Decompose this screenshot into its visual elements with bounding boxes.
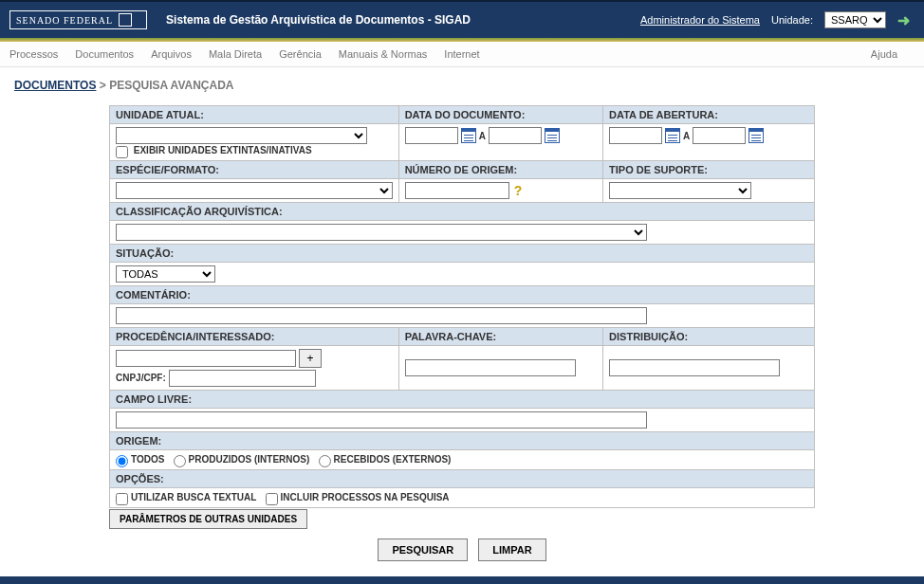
label-unidade-atual: UNIDADE ATUAL: [110, 106, 399, 124]
origem-produzidos-label[interactable]: PRODUZIDOS (INTERNOS) [174, 454, 310, 465]
label-comentario: COMENTÁRIO: [110, 285, 815, 303]
header-right: Administrador do Sistema Unidade: SSARQ … [640, 11, 915, 29]
action-bar: PESQUISAR LIMPAR [109, 529, 815, 567]
exibir-extintas-checkbox[interactable] [116, 146, 128, 158]
comentario-input[interactable] [116, 307, 647, 324]
label-data-documento: DATA DO DOCUMENTO: [398, 106, 602, 124]
breadcrumb-current: PESQUISA AVANÇADA [109, 79, 233, 92]
pesquisar-button[interactable]: PESQUISAR [378, 538, 468, 561]
calendar-icon[interactable] [461, 128, 476, 143]
unidade-select[interactable]: SSARQ [824, 11, 886, 28]
incluir-processos-checkbox[interactable] [266, 493, 278, 505]
label-distribuicao: DISTRIBUIÇÃO: [603, 327, 815, 345]
data-abertura-de[interactable] [609, 127, 662, 144]
incluir-processos-label[interactable]: INCLUIR PROCESSOS NA PESQUISA [266, 492, 450, 502]
menu-arquivos[interactable]: Arquivos [151, 48, 192, 60]
footer-bar [0, 576, 924, 584]
menu-mala-direta[interactable]: Mala Direta [209, 48, 262, 60]
origem-todos-label[interactable]: TODOS [116, 454, 164, 465]
procedencia-input[interactable] [116, 350, 296, 367]
label-especie-formato: ESPÉCIE/FORMATO: [110, 160, 399, 178]
menu-manuais-normas[interactable]: Manuais & Normas [339, 48, 428, 60]
numero-origem-input[interactable] [405, 182, 509, 199]
campo-livre-input[interactable] [116, 411, 647, 429]
palavra-chave-input[interactable] [405, 359, 576, 376]
logo-text: SENADO FEDERAL [16, 15, 113, 26]
system-title: Sistema de Gestão Arquivística de Docume… [166, 13, 471, 27]
help-icon[interactable]: ? [514, 183, 523, 198]
add-procedencia-button[interactable]: + [299, 349, 322, 368]
origem-recebidos-label[interactable]: RECEBIDOS (EXTERNOS) [319, 454, 452, 465]
label-data-abertura: DATA DE ABERTURA: [603, 106, 815, 124]
date-a-1: A [479, 131, 486, 141]
menu-processos[interactable]: Processos [9, 48, 58, 60]
menubar: Processos Documentos Arquivos Mala Diret… [0, 42, 924, 67]
label-situacao: SITUAÇÃO: [110, 244, 815, 262]
data-documento-ate[interactable] [489, 127, 542, 144]
origem-todos-radio[interactable] [116, 455, 128, 467]
menu-internet[interactable]: Internet [444, 48, 479, 60]
calendar-icon[interactable] [748, 128, 764, 143]
tipo-suporte-select[interactable] [609, 182, 751, 199]
label-palavra-chave: PALAVRA-CHAVE: [398, 327, 602, 345]
exibir-extintas-label[interactable]: EXIBIR UNIDADES EXTINTAS/INATIVAS [116, 145, 312, 155]
data-abertura-ate[interactable] [693, 127, 746, 144]
limpar-button[interactable]: LIMPAR [478, 538, 545, 561]
calendar-icon[interactable] [545, 128, 560, 143]
label-classificacao: CLASSIFICAÇÃO ARQUIVÍSTICA: [110, 202, 815, 220]
label-campo-livre: CAMPO LIVRE: [110, 390, 815, 408]
menu-ajuda[interactable]: Ajuda [871, 48, 897, 60]
menu-documentos[interactable]: Documentos [75, 48, 134, 60]
distribuicao-input[interactable] [609, 359, 780, 376]
calendar-icon[interactable] [665, 128, 680, 143]
cnpj-cpf-label: CNPJ/CPF: [116, 373, 166, 383]
label-opcoes: OPÇÕES: [110, 469, 815, 487]
unidade-atual-select[interactable] [116, 127, 367, 144]
cnpj-cpf-input[interactable] [169, 370, 316, 387]
logo-glyph-icon [119, 13, 132, 27]
origem-produzidos-radio[interactable] [174, 455, 186, 467]
breadcrumb: DOCUMENTOS > PESQUISA AVANÇADA [14, 79, 910, 92]
origem-recebidos-radio[interactable] [319, 455, 331, 467]
especie-formato-select[interactable] [116, 182, 393, 199]
label-origem: ORIGEM: [110, 431, 815, 449]
content: DOCUMENTOS > PESQUISA AVANÇADA UNIDADE A… [0, 67, 924, 576]
data-documento-de[interactable] [405, 127, 458, 144]
situacao-select[interactable]: TODAS [116, 265, 215, 283]
classificacao-select[interactable] [116, 224, 647, 241]
label-procedencia: PROCEDÊNCIA/INTERESSADO: [110, 327, 399, 345]
exibir-extintas-text: EXIBIR UNIDADES EXTINTAS/INATIVAS [134, 145, 312, 155]
senado-logo: SENADO FEDERAL [9, 10, 147, 29]
busca-textual-checkbox[interactable] [116, 493, 128, 505]
search-form-table: UNIDADE ATUAL: DATA DO DOCUMENTO: DATA D… [109, 105, 815, 508]
form-area: UNIDADE ATUAL: DATA DO DOCUMENTO: DATA D… [109, 105, 815, 567]
date-a-2: A [683, 131, 690, 141]
exit-icon[interactable]: ➜ [897, 11, 915, 29]
admin-link[interactable]: Administrador do Sistema [640, 14, 760, 26]
breadcrumb-link[interactable]: DOCUMENTOS [14, 79, 96, 92]
unidade-label: Unidade: [771, 14, 813, 26]
breadcrumb-sep: > [96, 79, 109, 92]
label-tipo-suporte: TIPO DE SUPORTE: [603, 160, 815, 178]
param-outras-unidades-button[interactable]: PARÂMETROS DE OUTRAS UNIDADES [109, 509, 307, 529]
top-header: SENADO FEDERAL Sistema de Gestão Arquiví… [0, 0, 924, 38]
busca-textual-label[interactable]: UTILIZAR BUSCA TEXTUAL [116, 492, 256, 502]
label-numero-origem: NÚMERO DE ORIGEM: [398, 160, 602, 178]
menu-gerencia[interactable]: Gerência [279, 48, 322, 60]
